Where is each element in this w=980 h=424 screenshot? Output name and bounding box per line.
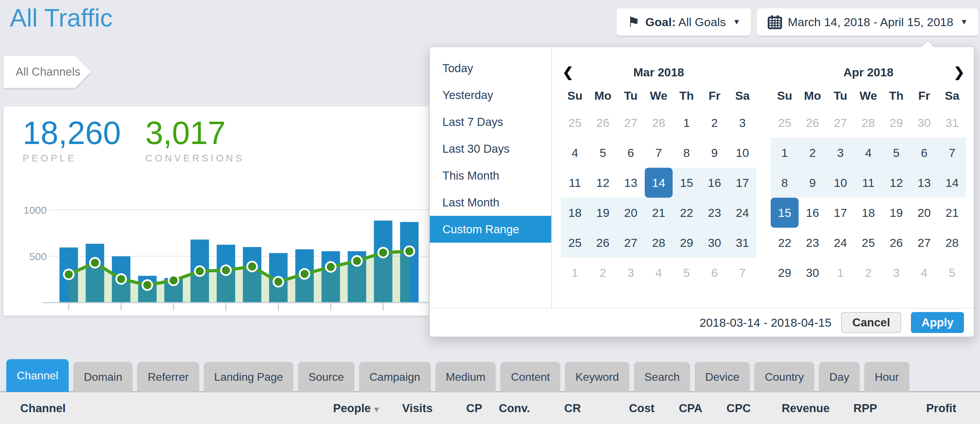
calendar-day[interactable]: 3: [729, 108, 756, 138]
calendar-day[interactable]: 30: [910, 108, 938, 138]
calendar-day[interactable]: 27: [826, 108, 854, 138]
calendar-day[interactable]: 3: [826, 138, 854, 168]
apply-button[interactable]: Apply: [911, 312, 964, 333]
column-header-cpa[interactable]: CPA: [679, 402, 702, 414]
column-channel[interactable]: Channel: [0, 402, 326, 415]
calendar-day[interactable]: 1: [771, 138, 799, 168]
calendar-day[interactable]: 30: [799, 258, 826, 287]
calendar-day[interactable]: 6: [910, 138, 938, 168]
calendar-day[interactable]: 10: [826, 168, 854, 198]
column-header-revenue[interactable]: Revenue: [781, 402, 830, 414]
calendar-day[interactable]: 15: [673, 168, 700, 198]
column-header-rpp[interactable]: RPP: [853, 402, 877, 414]
calendar-day[interactable]: 29: [771, 258, 799, 287]
column-profit[interactable]: Profit: [877, 402, 956, 415]
calendar-day[interactable]: 4: [910, 258, 938, 287]
calendar-day[interactable]: 2: [700, 108, 729, 138]
calendar-day[interactable]: 27: [617, 108, 645, 138]
column-rpp[interactable]: RPP: [830, 402, 877, 415]
calendar-day[interactable]: 1: [826, 258, 854, 287]
tab-medium[interactable]: Medium: [435, 362, 496, 392]
calendar-day[interactable]: 3: [882, 258, 910, 287]
next-month-arrow-icon[interactable]: ❯: [953, 61, 965, 83]
column-cost[interactable]: Cost: [581, 402, 654, 415]
tab-search[interactable]: Search: [634, 362, 690, 392]
calendar-day[interactable]: 30: [700, 228, 729, 258]
calendar-day[interactable]: 26: [589, 228, 617, 258]
calendar-day[interactable]: 31: [729, 228, 756, 258]
preset-last-30-days[interactable]: Last 30 Days: [430, 135, 551, 162]
preset-today[interactable]: Today: [430, 55, 551, 82]
tab-campaign[interactable]: Campaign: [359, 362, 431, 392]
column-people[interactable]: People▾: [326, 402, 379, 415]
calendar-day[interactable]: 12: [589, 168, 617, 198]
calendar-day[interactable]: 4: [561, 138, 589, 168]
calendar-day[interactable]: 10: [729, 138, 756, 168]
calendar-day[interactable]: 27: [910, 228, 938, 258]
column-cpa[interactable]: CPA: [654, 402, 702, 415]
tab-country[interactable]: Country: [754, 362, 814, 392]
prev-month-arrow-icon[interactable]: ❮: [562, 61, 574, 83]
column-header-cp[interactable]: CP: [466, 402, 482, 414]
calendar-day[interactable]: 7: [938, 138, 966, 168]
calendar-day[interactable]: 22: [771, 228, 799, 258]
calendar-day[interactable]: 28: [645, 228, 673, 258]
column-header-cr[interactable]: CR: [564, 402, 581, 414]
cancel-button[interactable]: Cancel: [841, 312, 901, 333]
preset-custom-range[interactable]: Custom Range: [430, 216, 551, 243]
calendar-day[interactable]: 25: [771, 108, 799, 138]
goal-dropdown-button[interactable]: ⚑ Goal: All Goals ▼: [617, 8, 751, 36]
column-cp[interactable]: CP: [433, 402, 482, 415]
calendar-day[interactable]: 6: [700, 258, 729, 287]
column-cpc[interactable]: CPC: [702, 402, 751, 415]
calendar-day[interactable]: 18: [561, 198, 589, 228]
column-header-channel[interactable]: Channel: [20, 402, 65, 414]
column-header-people[interactable]: People: [333, 402, 371, 414]
calendar-day[interactable]: 5: [938, 258, 966, 287]
calendar-day[interactable]: 5: [882, 138, 910, 168]
date-range-button[interactable]: March 14, 2018 - April 15, 2018 ▼: [757, 8, 978, 36]
calendar-day[interactable]: 21: [938, 198, 966, 228]
tab-landing-page[interactable]: Landing Page: [204, 362, 294, 392]
calendar-day[interactable]: 4: [645, 258, 673, 287]
column-header-cost[interactable]: Cost: [629, 402, 654, 414]
calendar-day[interactable]: 28: [854, 108, 882, 138]
calendar-day[interactable]: 11: [854, 168, 882, 198]
calendar-day[interactable]: 9: [700, 138, 729, 168]
tab-content[interactable]: Content: [500, 362, 560, 392]
column-visits[interactable]: Visits: [379, 402, 433, 415]
calendar-day[interactable]: 14: [645, 168, 673, 198]
column-header-profit[interactable]: Profit: [926, 402, 956, 414]
calendar-day[interactable]: 16: [799, 198, 826, 228]
tab-referrer[interactable]: Referrer: [137, 362, 199, 392]
calendar-day[interactable]: 8: [673, 138, 700, 168]
calendar-day[interactable]: 29: [673, 228, 700, 258]
calendar-day[interactable]: 22: [673, 198, 700, 228]
calendar-day[interactable]: 6: [617, 138, 645, 168]
calendar-day[interactable]: 27: [617, 228, 645, 258]
calendar-day[interactable]: 14: [938, 168, 966, 198]
calendar-day[interactable]: 25: [854, 228, 882, 258]
calendar-day[interactable]: 13: [617, 168, 645, 198]
column-header-visits[interactable]: Visits: [402, 402, 433, 414]
tab-hour[interactable]: Hour: [864, 362, 909, 392]
calendar-day[interactable]: 23: [799, 228, 826, 258]
preset-this-month[interactable]: This Month: [430, 162, 551, 189]
calendar-day[interactable]: 20: [910, 198, 938, 228]
preset-yesterday[interactable]: Yesterday: [430, 82, 551, 108]
calendar-day[interactable]: 11: [561, 168, 589, 198]
calendar-day[interactable]: 19: [589, 198, 617, 228]
calendar-day[interactable]: 26: [882, 228, 910, 258]
calendar-day[interactable]: 12: [882, 168, 910, 198]
tab-device[interactable]: Device: [695, 362, 750, 392]
calendar-day[interactable]: 23: [700, 198, 729, 228]
calendar-day[interactable]: 24: [729, 198, 756, 228]
calendar-day[interactable]: 25: [561, 108, 589, 138]
calendar-day[interactable]: 2: [854, 258, 882, 287]
preset-last-month[interactable]: Last Month: [430, 189, 551, 216]
breadcrumb[interactable]: All Channels: [3, 56, 91, 88]
calendar-day[interactable]: 4: [854, 138, 882, 168]
calendar-day[interactable]: 26: [799, 108, 826, 138]
calendar-day[interactable]: 9: [799, 168, 826, 198]
calendar-day[interactable]: 18: [854, 198, 882, 228]
